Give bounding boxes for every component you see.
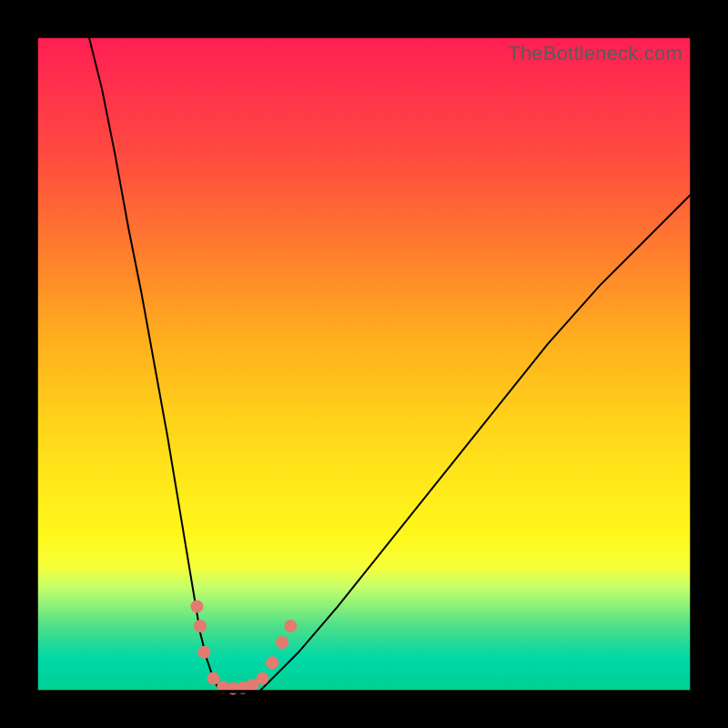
- plot-area: TheBottleneck.com: [36, 36, 692, 692]
- plot-border: [36, 36, 692, 692]
- marker-group: [190, 600, 297, 694]
- data-marker: [194, 620, 207, 632]
- outer-frame: TheBottleneck.com: [0, 0, 728, 728]
- data-marker: [256, 672, 268, 685]
- data-marker: [207, 672, 219, 685]
- bottleneck-curve: [89, 36, 692, 692]
- chart-svg: [36, 36, 692, 692]
- data-marker: [266, 656, 278, 669]
- data-marker: [197, 646, 210, 659]
- data-marker: [284, 620, 297, 632]
- data-marker: [190, 600, 203, 612]
- data-marker: [276, 636, 288, 649]
